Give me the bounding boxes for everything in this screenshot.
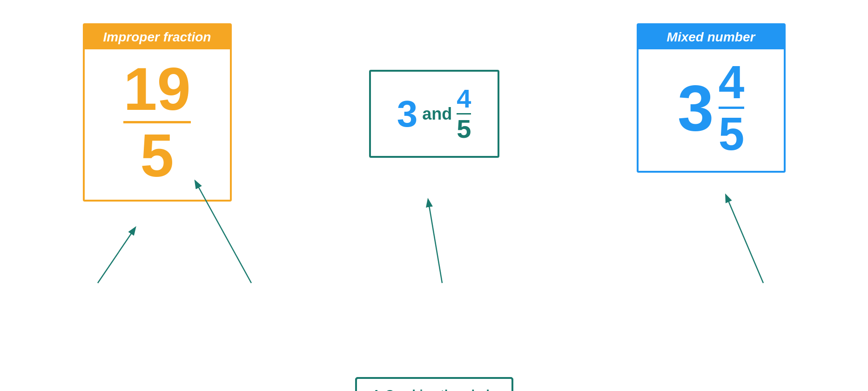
mixed-frac-denominator: 5 <box>719 110 745 157</box>
svg-line-2 <box>428 200 442 283</box>
annotation-box-4: 4. Combine the whole number and the frac… <box>355 377 513 391</box>
mixed-card-body: 3 4 5 <box>639 49 784 171</box>
middle-and-text: and <box>422 104 452 124</box>
improper-card-body: 19 5 <box>85 49 230 200</box>
middle-frac-numerator: 4 <box>457 86 471 112</box>
mixed-whole-number: 3 <box>678 75 714 141</box>
mixed-fraction: 4 5 <box>719 59 745 157</box>
main-container: Improper fraction 19 5 3 and 4 5 Mixed n… <box>0 0 868 391</box>
improper-denominator: 5 <box>140 125 174 186</box>
improper-fraction: 19 5 <box>123 59 191 186</box>
middle-frac-denominator: 5 <box>457 116 471 142</box>
improper-fraction-card: Improper fraction 19 5 <box>83 23 232 202</box>
annotation-4-text: 4. Combine the whole number and the frac… <box>372 387 496 391</box>
mixed-number-card: Mixed number 3 4 5 <box>637 23 786 173</box>
improper-numerator: 19 <box>123 59 191 119</box>
middle-expression-box: 3 and 4 5 <box>369 70 499 158</box>
svg-line-3 <box>726 196 763 283</box>
middle-whole-number: 3 <box>397 93 418 135</box>
svg-line-0 <box>98 228 135 283</box>
improper-card-header: Improper fraction <box>85 25 230 49</box>
middle-content: 3 and 4 5 <box>397 86 471 142</box>
middle-fraction: 4 5 <box>457 86 471 142</box>
mixed-frac-numerator: 4 <box>719 59 745 105</box>
mixed-card-header: Mixed number <box>639 25 784 49</box>
